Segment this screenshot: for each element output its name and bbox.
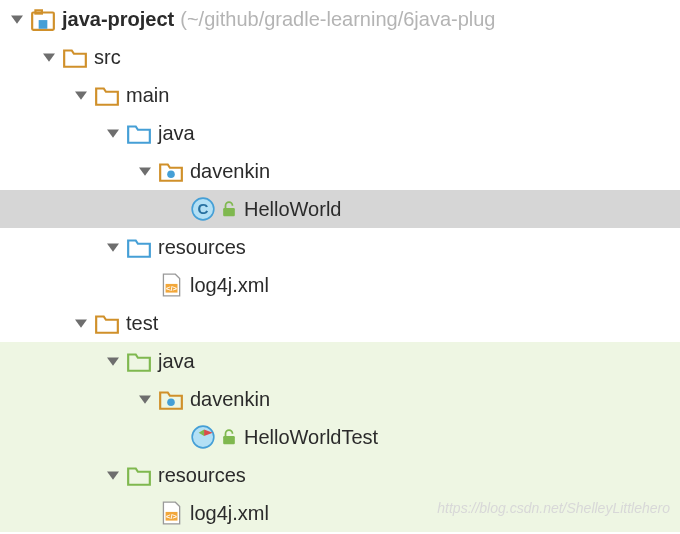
svg-rect-22 bbox=[223, 436, 235, 444]
chevron-down-icon[interactable] bbox=[72, 86, 90, 104]
svg-text:</>: </> bbox=[166, 512, 178, 521]
tree-node-log4j-main[interactable]: </> log4j.xml bbox=[0, 266, 680, 304]
tree-node-main-resources[interactable]: resources bbox=[0, 228, 680, 266]
svg-point-18 bbox=[167, 398, 175, 406]
svg-marker-12 bbox=[107, 243, 119, 251]
node-label: log4j.xml bbox=[190, 502, 269, 525]
package-icon bbox=[158, 386, 184, 412]
tree-node-root[interactable]: java-project (~/github/gradle-learning/6… bbox=[0, 0, 680, 38]
node-label: java bbox=[158, 350, 195, 373]
svg-rect-3 bbox=[39, 20, 48, 29]
tree-node-helloworld[interactable]: C HelloWorld bbox=[0, 190, 680, 228]
unlock-icon bbox=[222, 430, 236, 444]
node-label: HelloWorldTest bbox=[244, 426, 378, 449]
svg-marker-23 bbox=[107, 471, 119, 479]
module-icon bbox=[30, 6, 56, 32]
svg-point-8 bbox=[167, 170, 175, 178]
svg-marker-16 bbox=[107, 357, 119, 365]
tree-node-main-java[interactable]: java bbox=[0, 114, 680, 152]
node-label: java bbox=[158, 122, 195, 145]
tree-node-davenkin-main[interactable]: davenkin bbox=[0, 152, 680, 190]
chevron-down-icon[interactable] bbox=[136, 162, 154, 180]
tree-node-helloworldtest[interactable]: HelloWorldTest bbox=[0, 418, 680, 456]
chevron-down-icon[interactable] bbox=[104, 124, 122, 142]
node-label: main bbox=[126, 84, 169, 107]
unlock-icon bbox=[222, 202, 236, 216]
folder-icon bbox=[62, 44, 88, 70]
tree-node-main[interactable]: main bbox=[0, 76, 680, 114]
test-class-icon bbox=[190, 424, 216, 450]
node-label: resources bbox=[158, 236, 246, 259]
svg-rect-11 bbox=[223, 208, 235, 216]
folder-icon bbox=[94, 310, 120, 336]
chevron-down-icon[interactable] bbox=[104, 238, 122, 256]
node-label: resources bbox=[158, 464, 246, 487]
chevron-down-icon[interactable] bbox=[104, 466, 122, 484]
xml-file-icon: </> bbox=[158, 500, 184, 526]
node-label: davenkin bbox=[190, 388, 270, 411]
node-label: HelloWorld bbox=[244, 198, 341, 221]
chevron-down-icon[interactable] bbox=[8, 10, 26, 28]
chevron-down-icon[interactable] bbox=[72, 314, 90, 332]
node-label: davenkin bbox=[190, 160, 270, 183]
folder-icon bbox=[94, 82, 120, 108]
node-label: src bbox=[94, 46, 121, 69]
watermark: https://blog.csdn.net/ShelleyLittlehero bbox=[437, 500, 670, 516]
source-folder-icon bbox=[126, 120, 152, 146]
class-icon: C bbox=[190, 196, 216, 222]
svg-text:</>: </> bbox=[166, 284, 178, 293]
tree-node-src[interactable]: src bbox=[0, 38, 680, 76]
path-hint: (~/github/gradle-learning/6java-plug bbox=[180, 8, 495, 31]
svg-marker-0 bbox=[11, 15, 23, 23]
tree-node-test-java[interactable]: java bbox=[0, 342, 680, 380]
tree-node-test-resources[interactable]: resources bbox=[0, 456, 680, 494]
svg-marker-5 bbox=[75, 91, 87, 99]
test-resources-folder-icon bbox=[126, 462, 152, 488]
package-icon bbox=[158, 158, 184, 184]
tree-node-test[interactable]: test bbox=[0, 304, 680, 342]
svg-marker-17 bbox=[139, 395, 151, 403]
node-label: log4j.xml bbox=[190, 274, 269, 297]
tree-node-davenkin-test[interactable]: davenkin bbox=[0, 380, 680, 418]
svg-marker-4 bbox=[43, 53, 55, 61]
svg-marker-7 bbox=[139, 167, 151, 175]
node-label: java-project bbox=[62, 8, 174, 31]
svg-marker-6 bbox=[107, 129, 119, 137]
svg-point-19 bbox=[192, 426, 214, 448]
svg-marker-15 bbox=[75, 319, 87, 327]
node-label: test bbox=[126, 312, 158, 335]
test-source-folder-icon bbox=[126, 348, 152, 374]
resources-folder-icon bbox=[126, 234, 152, 260]
chevron-down-icon[interactable] bbox=[136, 390, 154, 408]
chevron-down-icon[interactable] bbox=[40, 48, 58, 66]
chevron-down-icon[interactable] bbox=[104, 352, 122, 370]
svg-text:C: C bbox=[198, 200, 209, 217]
xml-file-icon: </> bbox=[158, 272, 184, 298]
